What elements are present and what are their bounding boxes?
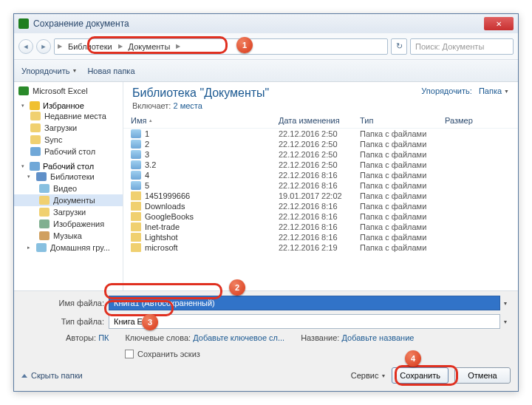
col-type[interactable]: Тип [360, 116, 445, 125]
sidebar-item-video[interactable]: Видео [14, 183, 123, 194]
library-header: Библиотека "Документы" Включает: 2 места… [123, 82, 518, 113]
file-type: Папка с файлами [360, 129, 445, 138]
new-folder-button[interactable]: Новая папка [87, 67, 134, 75]
column-headers: Имя▴ Дата изменения Тип Размер [123, 113, 518, 129]
sidebar-item-sync[interactable]: Sync [14, 134, 123, 146]
crumb-libraries[interactable]: Библиотеки [64, 41, 116, 52]
file-type: Папка с файлами [360, 171, 445, 180]
chevron-up-icon [21, 374, 27, 378]
service-menu[interactable]: Сервис▼ [351, 371, 386, 380]
sidebar-label: Изображения [53, 219, 104, 228]
file-name: 4 [145, 171, 149, 180]
file-row[interactable]: 522.12.2016 8:16Папка с файлами [123, 180, 518, 191]
file-row[interactable]: Inet-trade22.12.2016 8:16Папка с файлами [123, 222, 518, 232]
authors-value[interactable]: ПК [98, 333, 109, 342]
bottom-panel: Имя файла: Книга1 (Автосохраненный) ▼ Ти… [14, 290, 518, 391]
sort-by-menu[interactable]: Упорядочить: Папка▼ [421, 86, 509, 95]
sidebar-item-music[interactable]: Музыка [14, 230, 123, 242]
file-row[interactable]: Lightshot22.12.2016 8:16Папка с файлами [123, 232, 518, 242]
file-type: Папка с файлами [360, 212, 445, 221]
file-date: 19.01.2017 22:02 [279, 191, 360, 200]
file-date: 22.12.2016 8:16 [279, 181, 360, 190]
search-input[interactable]: Поиск: Документы [410, 38, 514, 55]
sidebar-group-libraries[interactable]: ▾Библиотеки [14, 171, 123, 183]
cancel-button[interactable]: Отмена [454, 367, 511, 384]
back-button[interactable]: ◄ [18, 39, 33, 54]
sidebar-label: Microsoft Excel [33, 86, 88, 95]
sidebar-item-recent[interactable]: Недавние места [14, 110, 123, 122]
close-button[interactable]: ✕ [484, 17, 514, 30]
file-type: Папка с файлами [360, 222, 445, 231]
file-date: 22.12.2016 8:16 [279, 222, 360, 231]
filename-dropdown[interactable]: ▼ [500, 301, 511, 306]
filename-input[interactable]: Книга1 (Автосохраненный) [109, 296, 500, 310]
file-name: 3 [145, 150, 149, 159]
locations-link[interactable]: 2 места [173, 101, 202, 110]
file-date: 22.12.2016 8:16 [279, 233, 360, 242]
title-meta-value[interactable]: Добавьте название [341, 333, 414, 342]
file-name: microsoft [145, 243, 178, 252]
file-row[interactable]: 422.12.2016 8:16Папка с файлами [123, 170, 518, 180]
file-row[interactable]: Downloads22.12.2016 8:16Папка с файлами [123, 201, 518, 211]
col-name[interactable]: Имя▴ [131, 116, 279, 125]
video-icon [39, 184, 50, 193]
sidebar-item-documents[interactable]: Документы [14, 194, 123, 206]
sidebar-item-downloads2[interactable]: Загрузки [14, 206, 123, 218]
sidebar-label: Недавние места [44, 112, 106, 120]
sidebar-group-homegroup[interactable]: ▸Домашняя гру... [14, 242, 123, 253]
keywords-label: Ключевые слова: [125, 333, 191, 342]
sort-indicator-icon: ▴ [149, 118, 152, 123]
file-row[interactable]: microsoft22.12.2016 2:19Папка с файлами [123, 242, 518, 253]
chevron-right-icon: ▶ [118, 43, 123, 50]
chevron-down-icon: ▼ [72, 68, 77, 73]
forward-button[interactable]: ► [36, 39, 51, 54]
database-icon [131, 140, 141, 149]
file-row[interactable]: 122.12.2016 2:50Папка с файлами [123, 129, 518, 139]
library-icon [36, 172, 47, 181]
filetype-input[interactable]: Книга Excel [109, 314, 500, 329]
file-row[interactable]: 322.12.2016 2:50Папка с файлами [123, 149, 518, 160]
sidebar-group-favorites[interactable]: ▾Избранное [14, 101, 123, 110]
database-icon [131, 150, 141, 159]
folder-icon [131, 222, 141, 231]
organize-menu[interactable]: Упорядочить ▼ [21, 67, 77, 75]
crumb-documents[interactable]: Документы [125, 41, 174, 52]
file-date: 22.12.2016 8:16 [279, 171, 360, 180]
file-name: 2 [145, 140, 149, 149]
file-row[interactable]: GoogleBooks22.12.2016 8:16Папка с файлам… [123, 211, 518, 222]
breadcrumb[interactable]: ▶ Библиотеки ▶ Документы ▶ [54, 38, 388, 55]
file-row[interactable]: 145199966619.01.2017 22:02Папка с файлам… [123, 191, 518, 201]
sidebar-item-downloads[interactable]: Загрузки [14, 122, 123, 134]
database-icon [131, 181, 141, 190]
chevron-right-icon: ▶ [58, 43, 62, 50]
save-dialog: Сохранение документа ✕ ◄ ► ▶ Библиотеки … [13, 13, 519, 392]
refresh-button[interactable]: ↻ [391, 38, 407, 55]
sidebar-label: Sync [44, 135, 62, 144]
sidebar-label: Загрузки [44, 123, 77, 132]
sidebar-item-desktop-fav[interactable]: Рабочий стол [14, 146, 123, 157]
keywords-value[interactable]: Добавьте ключевое сл... [193, 333, 284, 342]
thumbnail-row: Сохранить эскиз [21, 350, 511, 358]
sidebar-group-desktop[interactable]: ▾Рабочий стол [14, 162, 123, 171]
folder-icon [131, 191, 141, 200]
thumbnail-checkbox[interactable] [125, 350, 134, 358]
file-date: 22.12.2016 8:16 [279, 212, 360, 221]
col-size[interactable]: Размер [445, 116, 509, 125]
sidebar-item-pictures[interactable]: Изображения [14, 218, 123, 230]
file-type: Папка с файлами [360, 233, 445, 242]
chevron-down-icon: ▾ [21, 163, 27, 169]
file-row[interactable]: 222.12.2016 2:50Папка с файлами [123, 139, 518, 149]
file-row[interactable]: 3.222.12.2016 2:50Папка с файлами [123, 160, 518, 170]
sidebar-label: Музыка [53, 231, 82, 240]
col-date[interactable]: Дата изменения [279, 116, 360, 125]
folder-icon [131, 243, 141, 252]
sidebar: Microsoft Excel ▾Избранное Недавние мест… [14, 82, 123, 290]
sidebar-label: Библиотеки [50, 172, 95, 181]
sidebar-item-excel[interactable]: Microsoft Excel [14, 85, 123, 97]
database-icon [131, 160, 141, 169]
file-name: 3.2 [145, 160, 156, 169]
file-date: 22.12.2016 2:50 [279, 140, 360, 149]
filetype-dropdown[interactable]: ▼ [500, 319, 511, 324]
hide-folders-button[interactable]: Скрыть папки [21, 371, 83, 380]
save-button[interactable]: Сохранить [392, 367, 449, 384]
